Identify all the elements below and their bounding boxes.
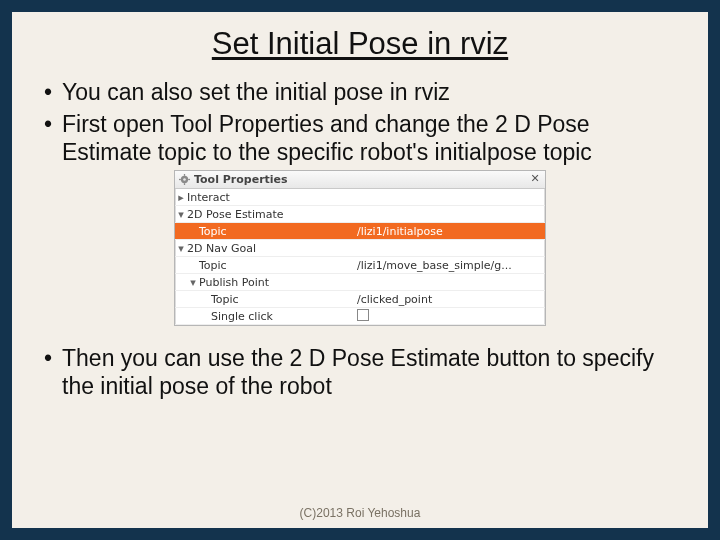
- tree-row-pose-topic[interactable]: Topic /lizi1/initialpose: [175, 223, 545, 240]
- tree-row-2d-nav-goal[interactable]: ▾ 2D Nav Goal: [175, 240, 545, 257]
- nav-topic-value: /lizi1/move_base_simple/g...: [357, 259, 545, 272]
- bullet-item: Then you can use the 2 D Pose Estimate b…: [44, 344, 680, 400]
- tree-label: Topic: [211, 293, 357, 306]
- svg-point-1: [183, 178, 186, 181]
- bullet-item: First open Tool Properties and change th…: [44, 110, 680, 166]
- tree-label: Interact: [187, 191, 357, 204]
- tree-row-nav-topic[interactable]: Topic /lizi1/move_base_simple/g...: [175, 257, 545, 274]
- tree-label: Topic: [199, 225, 357, 238]
- slide-body: Set Initial Pose in rviz You can also se…: [12, 12, 708, 528]
- tree-label: Single click: [211, 310, 357, 323]
- tree-row-2d-pose-estimate[interactable]: ▾ 2D Pose Estimate: [175, 206, 545, 223]
- svg-rect-2: [184, 174, 185, 176]
- slide-frame: Set Initial Pose in rviz You can also se…: [0, 0, 720, 540]
- tree-label: 2D Nav Goal: [187, 242, 357, 255]
- chevron-right-icon: ▸: [175, 191, 187, 204]
- chevron-down-icon: ▾: [187, 276, 199, 289]
- tree-row-single-click[interactable]: Single click: [175, 308, 545, 325]
- tool-panel-wrap: Tool Properties ✕ ▸ Interact ▾ 2D Pose E…: [34, 170, 686, 326]
- gear-icon: [179, 174, 190, 185]
- page-title: Set Initial Pose in rviz: [34, 26, 686, 62]
- chevron-down-icon: ▾: [175, 242, 187, 255]
- bullet-item: You can also set the initial pose in rvi…: [44, 78, 680, 106]
- svg-rect-5: [188, 179, 190, 180]
- tree-label: 2D Pose Estimate: [187, 208, 357, 221]
- single-click-checkbox[interactable]: [357, 309, 369, 321]
- pp-topic-value: /clicked_point: [357, 293, 545, 306]
- tree-row-pp-topic[interactable]: Topic /clicked_point: [175, 291, 545, 308]
- tool-panel-title: Tool Properties: [194, 173, 525, 186]
- tree-row-publish-point[interactable]: ▾ Publish Point: [175, 274, 545, 291]
- svg-rect-3: [184, 183, 185, 185]
- pose-topic-value: /lizi1/initialpose: [357, 225, 545, 238]
- chevron-down-icon: ▾: [175, 208, 187, 221]
- tree-label: Publish Point: [199, 276, 357, 289]
- tree-label: Topic: [199, 259, 357, 272]
- tree-row-interact[interactable]: ▸ Interact: [175, 189, 545, 206]
- footer-copyright: (C)2013 Roi Yehoshua: [12, 506, 708, 520]
- svg-rect-4: [179, 179, 181, 180]
- bullet-list: You can also set the initial pose in rvi…: [34, 78, 686, 166]
- tool-panel-header: Tool Properties ✕: [175, 171, 545, 189]
- tool-properties-panel: Tool Properties ✕ ▸ Interact ▾ 2D Pose E…: [174, 170, 546, 326]
- bullet-list: Then you can use the 2 D Pose Estimate b…: [34, 344, 686, 400]
- close-icon[interactable]: ✕: [529, 174, 541, 186]
